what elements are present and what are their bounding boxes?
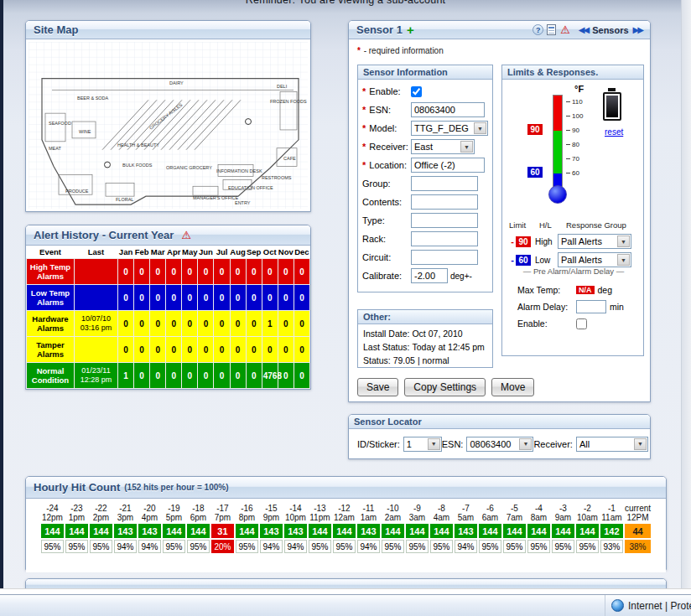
alert-month-cell: 0 <box>118 337 134 363</box>
hit-count-cell: 144 <box>163 524 185 538</box>
high-limit-marker: 90 <box>527 124 543 135</box>
receiver-select[interactable]: East▼ <box>411 139 475 154</box>
prev-sensor-button[interactable]: ◀◀ <box>579 25 588 34</box>
calibrate-input[interactable] <box>411 268 448 283</box>
subaccount-reminder: Reminder: You are viewing a sub-account <box>0 0 691 6</box>
security-zone: Internet | Prote <box>605 595 691 616</box>
select-value: 08063400 <box>467 439 513 449</box>
pre-alarm-delay-title: — Pre Alarm/Alarm Delay — <box>507 267 640 276</box>
pre-alarm-enable-checkbox[interactable] <box>576 318 587 329</box>
map-label: MEAT <box>49 146 62 151</box>
save-button[interactable]: Save <box>357 378 398 396</box>
alert-last-cell: 10/07/10 03:16 pm <box>75 311 118 337</box>
hit-pct-cell: 95% <box>236 540 258 553</box>
add-sensor-icon[interactable]: + <box>407 23 414 36</box>
alarm-delay-row: Alarm Delay: min <box>507 298 640 315</box>
alert-month-cell: 0 <box>246 363 262 389</box>
copy-settings-button[interactable]: Copy Settings <box>404 378 486 396</box>
hit-time-row: -2412pm-231pm-222pm-213pm-204pm-195pm-18… <box>41 504 651 522</box>
alert-row: Low Temp Alarms000000000000 <box>27 285 310 311</box>
alert-col-header: Feb <box>134 246 150 259</box>
sensor-field-circuit: Circuit: <box>358 248 492 267</box>
dropdown-arrow-icon: ▼ <box>428 438 440 450</box>
limits-responses-panel: Limits & Responses. °F 11010090807060 90… <box>501 65 644 356</box>
hit-col-header: -39am <box>552 504 574 522</box>
dropdown-arrow-icon: ▼ <box>617 236 630 247</box>
next-sensor-button[interactable]: ▶▶ <box>633 25 642 34</box>
map-label: DAIRY <box>169 81 184 86</box>
field-label: Rack: <box>362 234 411 244</box>
required-asterisk: * <box>362 86 366 96</box>
alert-month-cell: 0 <box>134 363 150 389</box>
hit-count-cell: 144 <box>430 524 453 538</box>
locator-esn-select[interactable]: 08063400▼ <box>466 437 533 452</box>
alert-month-cell: 0 <box>230 363 246 389</box>
hit-col-header: -204pm <box>138 504 161 522</box>
location-input[interactable] <box>411 158 485 173</box>
map-label: BEER & SODA <box>77 96 109 101</box>
locator-fields: ID/Sticker:1▼ESN:08063400▼Receiver:All▼ <box>349 429 650 458</box>
hit-col-header: -75am <box>455 504 477 522</box>
alert-warning-icon[interactable]: ⚠ <box>181 230 191 241</box>
sensor-field-rack: Rack: <box>358 230 492 248</box>
required-asterisk: * <box>362 105 366 115</box>
move-button[interactable]: Move <box>491 378 534 396</box>
group-input[interactable] <box>411 176 478 191</box>
other-header: Other: <box>358 310 492 324</box>
alert-month-cell: 0 <box>262 259 278 285</box>
alert-col-header: Event <box>27 246 75 259</box>
alert-month-cell: 0 <box>278 259 294 285</box>
response-group-select[interactable]: Pall Alerts▼ <box>558 234 631 249</box>
report-icon[interactable] <box>547 24 556 35</box>
alert-month-cell: 0 <box>118 285 134 311</box>
locator-field-receiver: Receiver:All▼ <box>533 437 647 452</box>
map-label: CAFE <box>283 156 296 161</box>
hit-count-cell: 144 <box>503 524 526 538</box>
enable-checkbox[interactable] <box>411 86 422 97</box>
other-value: Today at 12:45 pm <box>412 342 484 352</box>
alarm-delay-input[interactable] <box>576 300 606 313</box>
alert-month-cell: 0 <box>134 285 150 311</box>
alert-month-cell: 0 <box>214 285 230 311</box>
map-label: FLORAL <box>116 197 133 202</box>
contents-input[interactable] <box>411 194 478 210</box>
model-select[interactable]: TTG_F_DEG▼ <box>411 121 488 136</box>
select-value: Pall Alerts <box>559 255 605 265</box>
map-label: WINE <box>79 129 91 134</box>
site-map-image[interactable]: DAIRYBEER & SODASEAFOODWINEMEATGROCERY A… <box>29 42 308 209</box>
locator-receiver-select[interactable]: All▼ <box>576 437 648 452</box>
scale-tick: 60 <box>566 169 579 176</box>
circuit-input[interactable] <box>411 250 478 265</box>
help-icon[interactable]: ? <box>533 24 543 35</box>
alert-col-header: Sep <box>246 246 262 259</box>
locator-id-sticker-select[interactable]: 1▼ <box>403 437 442 452</box>
hit-pct-cell: 93% <box>600 540 623 553</box>
hit-count-cell: 144 <box>382 524 404 538</box>
alert-month-cell: 0 <box>230 337 246 363</box>
esn-input[interactable] <box>411 102 485 117</box>
alert-event-cell: Normal Condition <box>27 363 75 389</box>
type-input[interactable] <box>411 213 478 228</box>
hit-col-header: current12PM <box>625 504 651 522</box>
max-temp-row: Max Temp: N/A deg <box>507 282 640 298</box>
alert-month-cell: 0 <box>134 311 150 337</box>
alert-header-row: EventLastJanFebMarAprMayJunJulAugSepOctN… <box>27 246 310 259</box>
alert-col-header: May <box>182 246 198 259</box>
response-group-select[interactable]: Pall Alerts▼ <box>558 252 631 267</box>
reset-link[interactable]: reset <box>605 127 623 137</box>
alert-month-cell: 0 <box>294 285 309 311</box>
hit-count-cell: 144 <box>527 524 550 538</box>
other-value: 79.05 | normal <box>393 355 449 365</box>
alert-month-cell: 0 <box>278 285 294 311</box>
rack-input[interactable] <box>411 231 478 246</box>
thermo-normal-segment <box>553 131 562 173</box>
hit-table: -2412pm-231pm-222pm-213pm-204pm-195pm-18… <box>39 502 652 555</box>
alert-last-cell: 01/23/11 12:28 pm <box>75 363 118 389</box>
sensor-information-header: Sensor Information <box>358 65 492 80</box>
alert-event-cell: Tamper Alarms <box>27 337 75 363</box>
alarm-warning-icon[interactable]: ⚠ <box>560 24 570 35</box>
alert-month-cell: 0 <box>150 337 166 363</box>
alert-month-cell: 0 <box>246 259 262 285</box>
alert-event-cell: High Temp Alarms <box>27 259 75 285</box>
alert-month-cell: 0 <box>246 311 262 337</box>
